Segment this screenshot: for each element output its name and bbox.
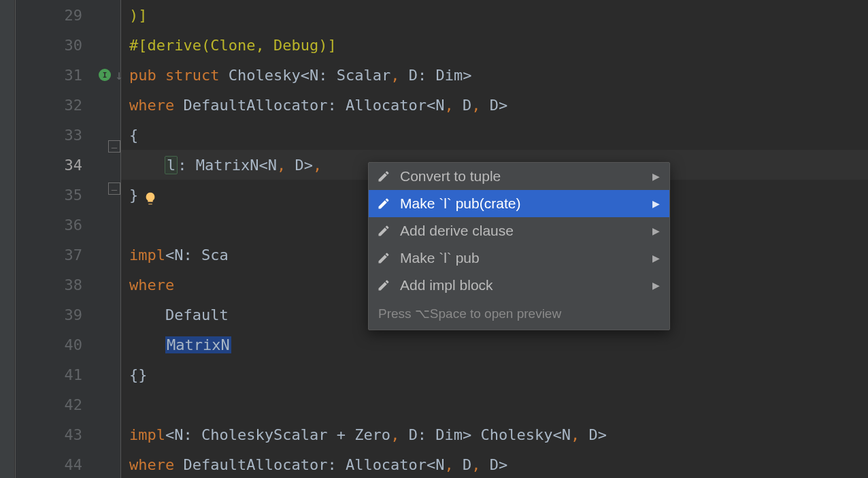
line-number: 31: [65, 67, 83, 84]
line-number: 33: [65, 127, 83, 144]
popup-hint: Press ⌥Space to open preview: [369, 299, 669, 330]
gutter-line: 38: [16, 270, 120, 300]
tool-window-strip[interactable]: [0, 0, 15, 478]
gutter-line: 34: [16, 150, 120, 180]
code-line[interactable]: where DefaultAllocator: Allocator<N, D, …: [121, 449, 868, 478]
line-number: 43: [65, 426, 83, 443]
submenu-arrow-icon: ▶: [652, 253, 660, 264]
gutter-line: 33 –: [16, 120, 120, 150]
pencil-icon: [377, 224, 390, 238]
selection[interactable]: MatrixN: [165, 336, 231, 353]
field-identifier[interactable]: l: [165, 156, 178, 174]
pencil-icon: [377, 278, 390, 292]
intention-actions-popup[interactable]: Convert to tuple ▶ Make `l` pub(crate) ▶…: [368, 162, 670, 330]
gutter-line: 41: [16, 360, 120, 389]
code-line[interactable]: [121, 389, 868, 419]
pencil-icon: [377, 170, 390, 183]
line-number: 40: [65, 336, 83, 353]
code-line[interactable]: impl<N: CholeskyScalar + Zero, D: Dim> C…: [121, 419, 868, 449]
gutter-line: 29: [16, 0, 120, 30]
intention-item-label: Add derive clause: [400, 223, 514, 239]
line-number: 36: [65, 217, 83, 234]
gutter-line: 42: [16, 389, 120, 419]
gutter-line: 44: [16, 449, 120, 478]
gutter-line: 39: [16, 300, 120, 330]
code-line[interactable]: {: [121, 120, 868, 150]
intention-item-add-derive[interactable]: Add derive clause ▶: [369, 217, 669, 244]
line-number: 37: [65, 246, 83, 264]
submenu-arrow-icon: ▶: [652, 171, 660, 182]
intention-item-label: Make `l` pub(crate): [400, 195, 520, 212]
pencil-icon: [377, 251, 390, 265]
ide-root: 29 30 31 I ↓ 32 33 – 34 35 – 36 37: [0, 0, 868, 478]
code-line[interactable]: {}: [121, 360, 868, 389]
gutter[interactable]: 29 30 31 I ↓ 32 33 – 34 35 – 36 37: [16, 0, 121, 478]
run-gutter-icon[interactable]: I: [99, 69, 111, 81]
gutter-line: 36: [16, 210, 120, 240]
gutter-line: 40: [16, 330, 120, 360]
gutter-line: 37: [16, 240, 120, 270]
line-number: 29: [65, 7, 83, 24]
line-number: 39: [65, 306, 83, 323]
intention-bulb-icon[interactable]: [143, 157, 158, 172]
line-number: 30: [65, 37, 83, 54]
line-number: 35: [65, 187, 83, 204]
intention-item-label: Add impl block: [400, 277, 493, 293]
line-number: 41: [65, 366, 83, 383]
line-number: 34: [65, 157, 83, 174]
code-line[interactable]: #[derive(Clone, Debug)]: [121, 30, 868, 60]
submenu-arrow-icon: ▶: [652, 280, 660, 291]
submenu-arrow-icon: ▶: [652, 198, 660, 209]
fold-toggle-icon[interactable]: –: [108, 182, 120, 195]
line-number: 42: [65, 396, 83, 413]
intention-item-add-impl[interactable]: Add impl block ▶: [369, 272, 669, 299]
intention-item-label: Convert to tuple: [400, 168, 501, 185]
code-line[interactable]: pub struct Cholesky<N: Scalar, D: Dim>: [121, 60, 868, 90]
line-number: 44: [65, 456, 83, 473]
line-number: 38: [65, 276, 83, 293]
gutter-line: 43: [16, 419, 120, 449]
pencil-icon: [377, 197, 390, 210]
gutter-line: 35 –: [16, 180, 120, 210]
gutter-line: 32: [16, 90, 120, 120]
code-line[interactable]: where DefaultAllocator: Allocator<N, D, …: [121, 90, 868, 120]
intention-item-make-pub-crate[interactable]: Make `l` pub(crate) ▶: [369, 190, 669, 217]
intention-item-convert-to-tuple[interactable]: Convert to tuple ▶: [369, 163, 669, 190]
intention-item-make-pub[interactable]: Make `l` pub ▶: [369, 244, 669, 272]
code-line[interactable]: MatrixN: [121, 330, 868, 360]
intention-item-label: Make `l` pub: [400, 250, 480, 266]
submenu-arrow-icon: ▶: [652, 225, 660, 236]
editor: 29 30 31 I ↓ 32 33 – 34 35 – 36 37: [15, 0, 868, 478]
code-area[interactable]: )] #[derive(Clone, Debug)] pub struct Ch…: [121, 0, 868, 478]
gutter-line: 31 I ↓: [16, 60, 120, 90]
line-number: 32: [65, 97, 83, 114]
code-line[interactable]: )]: [121, 0, 868, 30]
gutter-line: 30: [16, 30, 120, 60]
